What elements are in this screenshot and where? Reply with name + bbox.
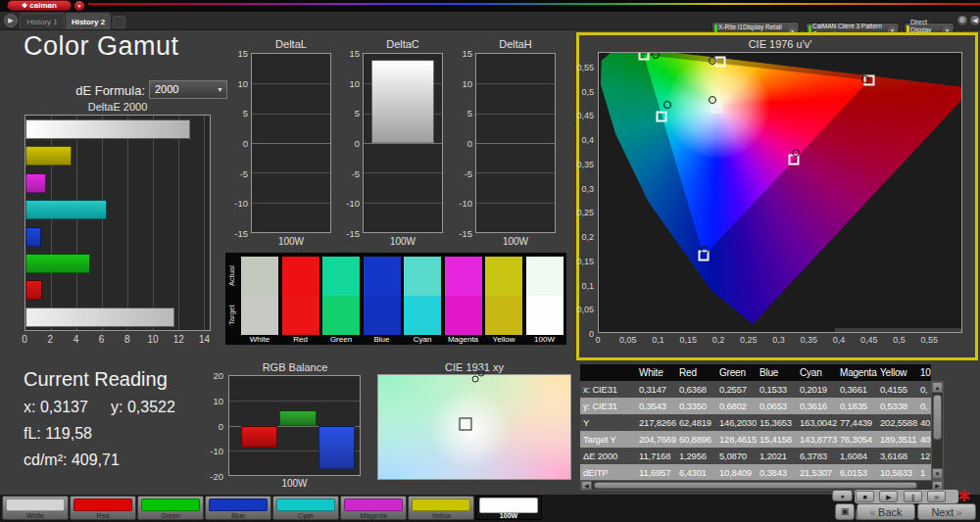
cie1976-chart-panel[interactable]: CIE 1976 u'v' 0,550,50,450,40,350,30,250… <box>576 32 978 360</box>
table-value-cell: 1,2956 <box>676 448 716 464</box>
pattern-button-100w[interactable]: 100W <box>475 496 542 520</box>
table-row: Y217,826662,4819146,203015,3653163,00427… <box>580 414 931 431</box>
table-row: dEITP11,69576,430110,84090,384321,53076,… <box>580 464 931 480</box>
deltah-chart-title: DeltaH <box>464 38 567 50</box>
table-value-cell: 15,4158 <box>757 431 797 448</box>
tab-stub[interactable] <box>113 16 125 28</box>
table-value-cell: 6,0153 <box>837 464 877 480</box>
table-value-cell: 0,0653 <box>757 398 797 414</box>
table-value-cell: 0,3661 <box>837 381 877 398</box>
pause-measure-button[interactable]: ∥ <box>904 491 922 502</box>
pattern-button-cyan[interactable]: Cyan <box>272 496 339 520</box>
actual-swatch <box>445 257 482 296</box>
pattern-button-magenta[interactable]: Magenta <box>340 496 407 520</box>
notification-asterisk-icon[interactable]: ✱ <box>957 489 970 504</box>
y-tick-label: 0 <box>589 329 594 339</box>
table-vertical-scrollbar[interactable]: ▲ ▼ <box>931 381 944 480</box>
pattern-color-swatch <box>141 498 200 511</box>
de-formula-dropdown[interactable]: 2000 ▼ <box>149 80 227 99</box>
gamut-coverage-badge: Gamut Coverage: 87,8% <box>835 328 962 333</box>
actual-swatch <box>526 257 564 296</box>
y-tick-label: 0,25 <box>576 208 594 217</box>
table-value-cell: 10,5633 <box>877 464 917 480</box>
pattern-color-swatch <box>276 498 335 511</box>
target-marker-cyan <box>657 111 667 121</box>
meter-dot-icon: ● <box>840 493 844 499</box>
deltae-bar-blue <box>25 227 41 247</box>
y-tick-label: -5 <box>465 168 472 179</box>
table-value-cell: 202,5588 <box>877 414 917 431</box>
pattern-button-red[interactable]: Red <box>70 496 136 520</box>
pattern-color-swatch <box>74 498 132 511</box>
calman-menu-button[interactable]: ❖ calman <box>7 0 72 11</box>
x-tick-label: 8 <box>124 334 130 345</box>
scroll-down-arrow-icon[interactable]: ▼ <box>932 468 943 479</box>
table-value-cell: 1,2021 <box>757 448 797 464</box>
deltae-bar-cyan <box>25 200 107 219</box>
pattern-button-white[interactable]: White <box>2 496 69 520</box>
x-tick-label: 0,55 <box>920 335 938 345</box>
pattern-button-label: Magenta <box>341 512 406 519</box>
table-value-cell: 12 <box>917 448 931 464</box>
x-tick-label: 0,2 <box>712 335 725 345</box>
cie1931-chart[interactable] <box>377 374 571 480</box>
table-value-cell: 3,6168 <box>877 448 917 464</box>
gridline <box>364 143 442 144</box>
reading-cdm2-value: cd/m²: 409,71 <box>24 451 120 469</box>
pattern-button-green[interactable]: Green <box>137 496 204 520</box>
table-header-cell: Red <box>676 364 716 381</box>
rgb-balance-chart[interactable] <box>228 375 361 476</box>
y-tick-label: 0,5 <box>581 87 594 97</box>
play-measure-button[interactable]: ▶ <box>879 491 898 502</box>
meter-options-button[interactable]: ● <box>832 490 853 501</box>
pattern-button-yellow[interactable]: Yellow <box>408 496 474 520</box>
vertical-scroll-thumb[interactable] <box>933 395 942 440</box>
table-value-cell: 76,3054 <box>837 431 877 448</box>
y-tick-label: 10 <box>349 78 360 89</box>
table-value-cell: 0, <box>917 398 931 414</box>
tab-history-2[interactable]: History 2 <box>66 13 111 29</box>
deltac-chart[interactable] <box>363 53 443 233</box>
out-of-gamut-dim-overlay <box>599 53 961 332</box>
target-marker-green <box>638 52 649 60</box>
pattern-color-swatch <box>344 498 403 511</box>
deltah-chart[interactable] <box>475 53 556 233</box>
pattern-button-label: Red <box>71 512 135 519</box>
settings-gear-button[interactable]: ⚙ <box>956 15 968 26</box>
cie1931-title: CIE 1931 xy <box>377 361 571 373</box>
calman-logo-text: calman <box>29 1 57 10</box>
x-tick-label: 14 <box>199 334 210 345</box>
table-value-cell: 0,3843 <box>757 464 797 480</box>
collapse-panel-button[interactable]: ◀ <box>969 15 980 26</box>
scroll-left-arrow-icon[interactable]: ◀ <box>581 481 592 490</box>
y-tick-label: 0 <box>467 138 472 149</box>
gear-icon: ⚙ <box>959 17 965 24</box>
scroll-right-arrow-icon[interactable]: ▶ <box>932 481 943 490</box>
table-row: Target Y204,766960,8896128,461515,415814… <box>580 431 931 448</box>
pattern-button-blue[interactable]: Blue <box>205 496 271 520</box>
y-tick-label: 5 <box>467 108 472 119</box>
deltal-chart[interactable] <box>251 53 331 233</box>
y-tick-label: -15 <box>459 228 472 239</box>
stop-reading-button[interactable]: ▣ <box>835 503 855 520</box>
target-marker-white <box>710 103 721 114</box>
measured-marker-blue <box>701 246 709 254</box>
rainbow-accent-line <box>88 3 980 5</box>
next-button[interactable]: Next » <box>917 503 976 520</box>
gamut-coverage-label: Gamut Coverage: <box>840 332 937 333</box>
table-header-cell: Blue <box>757 364 797 381</box>
deltae-chart[interactable] <box>24 115 211 331</box>
table-row: x: CIE310,31470,63680,25570,15330,20190,… <box>580 381 931 398</box>
target-swatch <box>282 296 319 335</box>
horizontal-scroll-thumb[interactable] <box>594 482 917 489</box>
calman-menu-caret-button[interactable]: ▼ <box>74 1 84 11</box>
continuous-measure-button[interactable]: ∞ <box>927 491 946 502</box>
stop-measure-button[interactable]: ■ <box>856 491 874 502</box>
measured-marker-red <box>861 75 869 83</box>
tab-history-1[interactable]: History 1 <box>20 13 65 29</box>
table-value-cell: 0,2557 <box>716 381 757 398</box>
table-value-cell: 146,2030 <box>716 414 757 431</box>
sidebar-toggle-button[interactable]: ▶ <box>4 14 18 27</box>
back-button[interactable]: « Back <box>857 503 915 520</box>
scroll-up-arrow-icon[interactable]: ▲ <box>932 382 943 393</box>
